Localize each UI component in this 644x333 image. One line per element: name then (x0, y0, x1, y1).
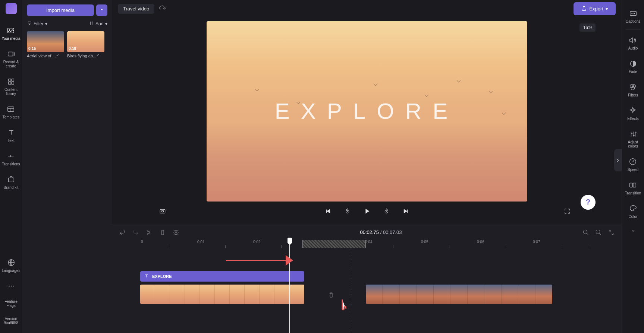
right-item-transition[interactable]: Transition (623, 176, 643, 200)
playhead[interactable] (289, 240, 290, 333)
record-icon (7, 50, 16, 58)
text-track[interactable]: EXPLORE (118, 271, 622, 282)
effects-icon (628, 106, 637, 115)
playback-controls (134, 202, 599, 221)
timecode-separator: / (380, 229, 382, 235)
forward-button[interactable] (380, 205, 392, 217)
preview-overlay-text: EXPLORE (275, 98, 459, 124)
delete-gap-button[interactable] (327, 291, 336, 299)
text-clip[interactable]: EXPLORE (140, 271, 304, 282)
video-track[interactable] (118, 285, 622, 304)
aspect-ratio-badge[interactable]: 16:9 (579, 23, 596, 32)
sidebar-item-brand-kit[interactable]: Brand kit (2, 171, 20, 194)
right-item-fade[interactable]: Fade (627, 55, 639, 78)
svg-point-16 (147, 234, 148, 235)
sidebar-item-content-library[interactable]: Content library (0, 73, 22, 100)
svg-rect-13 (160, 209, 165, 213)
video-clip-1[interactable] (140, 285, 304, 304)
right-item-adjust-colors[interactable]: Adjust colors (622, 125, 644, 153)
video-clip-2[interactable] (366, 285, 552, 304)
sidebar-item-feature-flags[interactable]: Feature Flags (0, 295, 22, 312)
split-button[interactable] (145, 228, 154, 237)
export-button[interactable]: Export ▾ (574, 2, 616, 15)
color-icon (629, 204, 638, 213)
rewind-button[interactable] (342, 205, 354, 217)
help-button[interactable]: ? (581, 195, 596, 210)
right-item-speed[interactable]: Speed (626, 153, 640, 176)
sidebar-item-more[interactable] (0, 277, 22, 295)
next-frame-button[interactable] (400, 205, 412, 217)
fit-timeline-button[interactable] (607, 228, 616, 237)
library-icon (7, 77, 16, 86)
timeline-ruler[interactable]: 0 0:01 0:02 0:03 0:04 0:05 0:06 0:07 (118, 240, 622, 249)
sidebar-item-your-media[interactable]: Your media (0, 22, 22, 45)
svg-rect-4 (11, 79, 13, 81)
project-title[interactable]: Travel video (118, 4, 154, 14)
app-logo[interactable] (6, 3, 17, 14)
top-bar: Travel video Export ▾ (112, 0, 622, 18)
gap-selection[interactable] (302, 240, 366, 248)
svg-rect-3 (8, 79, 10, 81)
media-duration: 0:10 (69, 47, 76, 51)
crop-button[interactable] (172, 228, 180, 237)
sidebar-item-transitions[interactable]: Transitions (0, 147, 22, 171)
screenshot-button[interactable] (157, 205, 169, 217)
zoom-out-button[interactable] (581, 228, 590, 237)
captions-icon (629, 9, 638, 18)
sidebar-label: Text (7, 139, 14, 143)
ruler-tick (281, 245, 282, 248)
right-item-audio[interactable]: Audio (627, 31, 640, 55)
text-clip-label: EXPLORE (152, 274, 172, 279)
collapse-right-panel-button[interactable]: › (614, 149, 622, 171)
sidebar-label: Brand kit (4, 185, 18, 190)
transition-icon (628, 181, 637, 190)
zoom-in-button[interactable] (594, 228, 603, 237)
playhead-handle[interactable] (288, 238, 292, 243)
right-label: Captions (626, 19, 640, 23)
right-item-captions[interactable]: Captions (624, 4, 642, 28)
import-dropdown-button[interactable] (96, 4, 107, 16)
right-item-filters[interactable]: Filters (626, 78, 640, 102)
right-label: Transition (625, 191, 641, 195)
sort-label: Sort (95, 21, 104, 26)
undo-button[interactable] (118, 228, 127, 237)
svg-rect-2 (8, 52, 13, 56)
bird-decoration: ⌵ (456, 75, 461, 84)
ruler-tick (588, 245, 588, 248)
right-item-effects[interactable]: Effects (626, 102, 640, 125)
cloud-sync-icon[interactable] (159, 4, 166, 13)
fullscreen-button[interactable] (561, 205, 573, 217)
preview-canvas[interactable]: ⌵ ⌵ ⌵ ⌵ ⌵ ⌵ ⌵ EXPLORE (207, 21, 527, 202)
svg-rect-20 (630, 12, 636, 16)
import-media-button[interactable]: Import media (27, 4, 94, 16)
delete-button[interactable] (158, 228, 167, 237)
expand-right-sidebar-button[interactable]: ⌄ (631, 226, 635, 233)
redo-button[interactable] (131, 228, 140, 237)
right-label: Adjust colors (623, 140, 643, 148)
filter-button[interactable]: Filter ▾ (27, 20, 47, 27)
sidebar-item-version[interactable]: Version 9ba8658 (0, 312, 22, 329)
help-icon: ? (586, 198, 590, 206)
timeline-tracks[interactable]: EXPLORE (118, 249, 622, 333)
ruler-mark: 0:01 (197, 240, 204, 244)
sidebar-item-languages[interactable]: Languages (0, 254, 22, 277)
sidebar-label: Languages (2, 269, 21, 273)
prev-frame-button[interactable] (322, 205, 334, 217)
right-label: Speed (628, 168, 638, 172)
ruler-tick (505, 245, 505, 248)
right-item-color[interactable]: Color (627, 200, 639, 223)
play-button[interactable] (361, 205, 373, 217)
media-clip[interactable]: 0:10 Birds flying ab... ✓ (67, 31, 104, 58)
sidebar-item-record-create[interactable]: Record & create (0, 45, 22, 73)
sidebar-item-templates[interactable]: Templates (1, 100, 21, 124)
sidebar-item-text[interactable]: Text (5, 124, 17, 147)
media-clip[interactable]: 0:15 Aerial view of ... ✓ (27, 31, 64, 58)
check-icon: ✓ (96, 53, 100, 58)
check-icon: ✓ (56, 53, 59, 58)
audio-icon (628, 36, 637, 45)
right-label: Effects (627, 117, 638, 121)
bird-decoration: ⌵ (424, 90, 429, 99)
right-label: Color (629, 215, 638, 219)
sort-button[interactable]: Sort ▾ (89, 20, 107, 27)
transitions-icon (6, 152, 15, 161)
